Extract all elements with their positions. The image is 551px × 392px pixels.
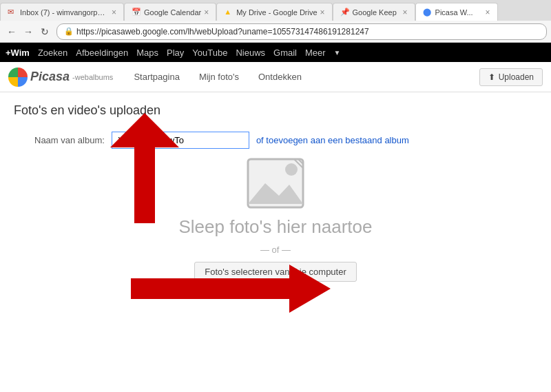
menu-play[interactable]: Play xyxy=(167,48,184,58)
drop-text: Sleep foto's hier naartoe xyxy=(178,216,372,238)
menu-gmail[interactable]: Gmail xyxy=(273,48,297,58)
tab-drive[interactable]: ▲ My Drive - Google Drive × xyxy=(216,3,332,21)
url-bar[interactable]: 🔒 https://picasaweb.google.com/lh/webUpl… xyxy=(56,23,547,40)
tab-inbox-label: Inbox (7) - wimvangorp@... xyxy=(20,8,109,17)
tab-calendar-close[interactable]: × xyxy=(204,8,209,17)
menu-afbeeldingen[interactable]: Afbeeldingen xyxy=(76,48,128,58)
google-menubar: +Wim Zoeken Afbeeldingen Maps Play YouTu… xyxy=(0,43,551,62)
svg-point-1 xyxy=(285,163,298,176)
picasa-tab-icon: ⬤ xyxy=(423,8,433,17)
menu-maps[interactable]: Maps xyxy=(136,48,158,58)
forward-button[interactable]: → xyxy=(21,24,36,39)
keep-icon: 📌 xyxy=(340,8,350,17)
browser-tabs: ✉ Inbox (7) - wimvangorp@... × 📅 Google … xyxy=(0,0,551,21)
reload-button[interactable]: ↻ xyxy=(37,24,52,39)
mail-icon: ✉ xyxy=(8,8,17,17)
nav-buttons: ← → ↻ xyxy=(4,24,52,39)
nav-startpagina[interactable]: Startpagina xyxy=(124,68,189,86)
album-name-row: Naam van album: of toevoegen aan een bes… xyxy=(34,132,537,149)
menu-nieuws[interactable]: Nieuws xyxy=(236,48,265,58)
back-button[interactable]: ← xyxy=(4,24,19,39)
tab-calendar[interactable]: 📅 Google Calendar × xyxy=(124,3,216,21)
tab-picasa-close[interactable]: × xyxy=(486,8,490,17)
upload-icon: ⬆ xyxy=(488,72,495,82)
drive-icon: ▲ xyxy=(224,8,233,17)
tab-keep[interactable]: 📌 Google Keep × xyxy=(333,3,415,21)
picasa-header: Picasa -webalbums Startpagina Mijn foto'… xyxy=(0,62,551,92)
album-name-label: Naam van album: xyxy=(34,135,105,145)
tab-inbox[interactable]: ✉ Inbox (7) - wimvangorp@... × xyxy=(0,3,124,21)
address-bar: ← → ↻ 🔒 https://picasaweb.google.com/lh/… xyxy=(0,21,551,43)
menu-youtube[interactable]: YouTube xyxy=(192,48,227,58)
select-files-button[interactable]: Foto's selecteren vanaf je computer xyxy=(194,262,357,282)
tab-picasa-label: Picasa W... xyxy=(435,8,483,17)
tab-inbox-close[interactable]: × xyxy=(112,8,116,17)
upload-button-label: Uploaden xyxy=(499,72,534,82)
menu-plus-wim[interactable]: +Wim xyxy=(6,48,30,58)
menu-meer-arrow[interactable]: ▼ xyxy=(334,49,341,56)
tab-picasa[interactable]: ⬤ Picasa W... × xyxy=(415,3,498,21)
tab-keep-close[interactable]: × xyxy=(403,8,408,17)
upload-button[interactable]: ⬆ Uploaden xyxy=(479,68,543,86)
nav-ontdekken[interactable]: Ontdekken xyxy=(249,68,311,86)
album-link[interactable]: of toevoegen aan een bestaand album xyxy=(256,135,409,145)
picasa-logo: Picasa -webalbums xyxy=(8,68,113,87)
tab-drive-close[interactable]: × xyxy=(320,8,325,17)
picasa-logo-text: Picasa xyxy=(30,70,70,84)
or-divider: — of — xyxy=(260,245,291,255)
page-title: Foto's en video's uploaden xyxy=(14,103,537,118)
calendar-icon: 📅 xyxy=(132,8,141,17)
album-name-input[interactable] xyxy=(112,132,249,149)
picasa-nav: Startpagina Mijn foto's Ontdekken xyxy=(124,68,479,86)
lock-icon: 🔒 xyxy=(64,27,74,36)
tab-drive-label: My Drive - Google Drive xyxy=(236,8,317,17)
tab-calendar-label: Google Calendar xyxy=(144,8,201,17)
picasa-logo-sub: -webalbums xyxy=(72,73,113,81)
page-content: Foto's en video's uploaden Naam van albu… xyxy=(0,92,551,293)
drop-placeholder-icon xyxy=(245,156,306,211)
menu-meer[interactable]: Meer xyxy=(305,48,326,58)
picasa-logo-circle xyxy=(8,68,28,87)
nav-mijn-fotos[interactable]: Mijn foto's xyxy=(189,68,249,86)
url-text: https://picasaweb.google.com/lh/webUploa… xyxy=(76,27,369,37)
tab-keep-label: Google Keep xyxy=(353,8,400,17)
drop-zone-wrapper: Sleep foto's hier naartoe — of — Foto's … xyxy=(14,156,537,282)
menu-zoeken[interactable]: Zoeken xyxy=(38,48,67,58)
